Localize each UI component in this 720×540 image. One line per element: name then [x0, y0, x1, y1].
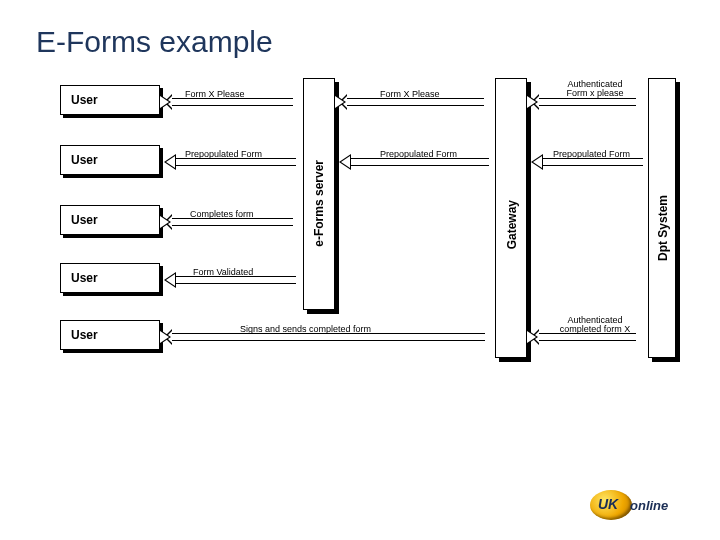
user-label: User [60, 85, 160, 115]
eforms-server-label: e-Forms server [312, 160, 326, 247]
arrow-label: Prepopulated Form [380, 149, 457, 159]
user-label: User [60, 320, 160, 350]
arrow-label: Form Validated [193, 267, 253, 277]
arrow-label: Authenticated completed form X [552, 316, 638, 335]
logo-uk-text: UK [598, 496, 618, 512]
user-label: User [60, 205, 160, 235]
uk-online-logo: UK online [590, 490, 680, 520]
arrow-label: Form X Please [185, 89, 245, 99]
arrow-label: Completes form [190, 209, 254, 219]
user-label: User [60, 263, 160, 293]
slide-title: E-Forms example [36, 25, 273, 59]
arrow-label: Form X Please [380, 89, 440, 99]
arrow-label: Signs and sends completed form [240, 324, 371, 334]
dpt-system-label: Dpt System [656, 195, 670, 261]
gateway-label: Gateway [505, 200, 519, 249]
arrow-label: Authenticated Form x please [560, 80, 630, 99]
arrow-label: Prepopulated Form [553, 149, 630, 159]
logo-online-text: online [630, 498, 668, 513]
user-label: User [60, 145, 160, 175]
arrow-label: Prepopulated Form [185, 149, 262, 159]
